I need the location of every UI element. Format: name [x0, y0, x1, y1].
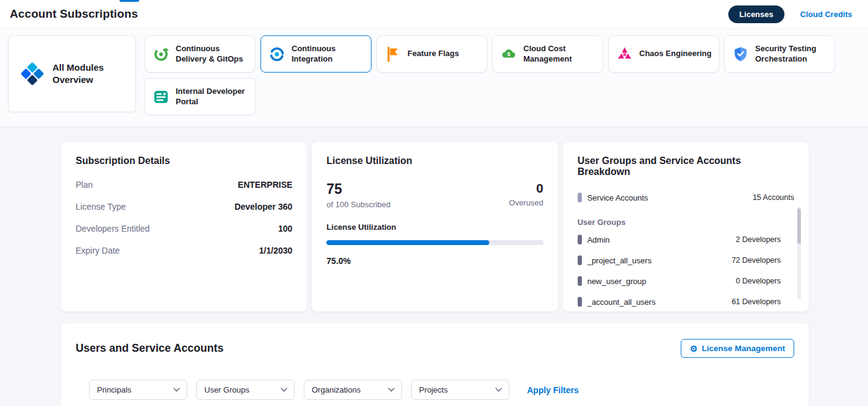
license-utilization-title: License Utilization — [326, 155, 543, 166]
security-testing-icon — [732, 46, 749, 63]
users-and-service-accounts-card: Users and Service Accounts ⚙ License Man… — [61, 323, 809, 406]
all-modules-logo-icon — [20, 61, 45, 87]
license-utilization-card: License Utilization 75 of 100 Subscribed… — [312, 142, 558, 312]
modules-grid: Continuous Delivery & GitOps Continuous … — [145, 35, 835, 115]
chevron-down-icon — [388, 388, 395, 392]
modules-row-2: Internal Developer Portal — [145, 78, 835, 115]
overused-caption: Overused — [509, 198, 543, 207]
user-group-row: _account_all_users 61 Developers — [578, 291, 781, 312]
chaos-engineering-icon — [616, 46, 633, 63]
modules-band: All Modules Overview Continuous Delivery… — [0, 28, 868, 127]
row-value: Developer 360 — [234, 202, 292, 212]
apply-filters-link[interactable]: Apply Filters — [527, 385, 579, 395]
cloud-cost-management-icon: $ — [500, 46, 517, 63]
module-card-internal-developer-portal[interactable]: Internal Developer Portal — [145, 78, 256, 115]
summary-cards-row: Subscription Details Plan ENTERPRISE Lic… — [61, 142, 809, 312]
user-group-icon — [578, 276, 582, 286]
filters-row: Principals User Groups Organizations Pro… — [89, 380, 794, 400]
module-card-security-testing[interactable]: Security Testing Orchestration — [724, 35, 835, 73]
chevron-down-icon — [495, 388, 502, 392]
all-modules-overview-label: All Modules Overview — [52, 62, 111, 87]
dropdown-label: Organizations — [312, 385, 360, 394]
module-card-cloud-cost-management[interactable]: $ Cloud Cost Management — [492, 35, 603, 73]
module-card-feature-flags[interactable]: Feature Flags — [376, 35, 487, 73]
continuous-delivery-icon — [152, 46, 170, 63]
cloud-credits-link[interactable]: Cloud Credits — [800, 10, 852, 19]
content-area: Subscription Details Plan ENTERPRISE Lic… — [0, 127, 868, 406]
users-card-header: Users and Service Accounts ⚙ License Man… — [76, 339, 794, 358]
subscription-row-plan: Plan ENTERPRISE — [76, 174, 292, 196]
utilization-bar-track — [326, 240, 543, 245]
module-label: Feature Flags — [407, 49, 459, 59]
user-group-row: new_user_group 0 Developers — [578, 271, 781, 291]
organizations-dropdown[interactable]: Organizations — [304, 380, 402, 400]
active-tab-indicator — [120, 0, 139, 2]
breakdown-scrollbar-track[interactable] — [797, 207, 801, 299]
user-group-value: 2 Developers — [736, 235, 781, 244]
license-management-button[interactable]: ⚙ License Management — [681, 339, 794, 358]
feature-flags-icon — [384, 46, 401, 63]
dropdown-label: User Groups — [204, 385, 249, 394]
subscription-details-title: Subscription Details — [76, 155, 292, 166]
projects-dropdown[interactable]: Projects — [411, 380, 509, 400]
service-accounts-label: Service Accounts — [587, 193, 648, 202]
topbar: Account Subscriptions Licenses Cloud Cre… — [0, 0, 868, 28]
module-label: Internal Developer Portal — [176, 87, 249, 107]
user-group-icon — [578, 297, 582, 307]
service-accounts-icon — [578, 193, 582, 202]
module-label: Cloud Cost Management — [523, 44, 597, 65]
module-label: Security Testing Orchestration — [755, 44, 828, 65]
page-title: Account Subscriptions — [10, 7, 138, 21]
module-label: Continuous Delivery & GitOps — [176, 44, 249, 65]
row-label: Plan — [76, 180, 93, 190]
module-label: Continuous Integration — [292, 44, 365, 65]
continuous-integration-icon — [268, 46, 285, 63]
module-card-chaos-engineering[interactable]: Chaos Engineering — [608, 35, 719, 73]
dropdown-label: Principals — [97, 385, 131, 394]
utilization-bar-fill — [326, 240, 489, 245]
user-group-name: new_user_group — [587, 277, 647, 286]
svg-text:$: $ — [507, 51, 510, 57]
row-value: 1/1/2030 — [259, 246, 293, 255]
subscription-row-expiry-date: Expiry Date 1/1/2030 — [76, 240, 292, 262]
topbar-actions: Licenses Cloud Credits — [728, 5, 852, 23]
user-group-name: _project_all_users — [587, 256, 652, 265]
principals-dropdown[interactable]: Principals — [89, 380, 187, 400]
subscription-details-rows: Plan ENTERPRISE License Type Developer 3… — [76, 174, 292, 262]
user-group-row: Admin 2 Developers — [578, 229, 781, 250]
internal-developer-portal-icon — [152, 88, 170, 105]
overused-block: 0 Overused — [509, 181, 543, 209]
utilization-percent: 75.0% — [326, 256, 543, 266]
all-modules-overview-card[interactable]: All Modules Overview — [8, 35, 136, 112]
user-groups-dropdown[interactable]: User Groups — [196, 380, 295, 400]
service-accounts-row: Service Accounts 15 Accounts — [578, 190, 794, 205]
user-group-value: 72 Developers — [731, 256, 781, 265]
overused-count: 0 — [509, 181, 543, 196]
row-label: Developers Entitled — [76, 224, 149, 233]
subscription-row-developers-entitled: Developers Entitled 100 — [76, 218, 292, 240]
gear-icon: ⚙ — [690, 344, 698, 353]
subscribed-count: 75 — [326, 181, 390, 198]
user-group-row: _project_all_users 72 Developers — [578, 250, 781, 271]
module-card-continuous-delivery[interactable]: Continuous Delivery & GitOps — [145, 35, 256, 73]
subscription-details-card: Subscription Details Plan ENTERPRISE Lic… — [61, 142, 307, 312]
user-group-value: 61 Developers — [731, 297, 781, 306]
license-management-label: License Management — [701, 344, 785, 353]
module-card-continuous-integration[interactable]: Continuous Integration — [260, 35, 371, 73]
user-groups-list: Admin 2 Developers _project_all_users 72… — [578, 229, 794, 312]
module-label: Chaos Engineering — [639, 49, 711, 59]
subscribed-caption: of 100 Subscribed — [326, 200, 390, 209]
subscription-row-license-type: License Type Developer 360 — [76, 196, 292, 218]
breakdown-scrollbar-thumb[interactable] — [797, 208, 801, 244]
service-accounts-value: 15 Accounts — [753, 193, 794, 202]
row-value: 100 — [278, 224, 292, 233]
breakdown-title: User Groups and Service Accounts Breakdo… — [578, 155, 794, 177]
user-group-name: Admin — [587, 235, 610, 244]
user-groups-label: User Groups — [578, 218, 794, 227]
subscribed-block: 75 of 100 Subscribed — [326, 181, 390, 209]
row-label: License Type — [76, 202, 126, 212]
row-value: ENTERPRISE — [238, 180, 292, 190]
user-group-name: _account_all_users — [587, 297, 656, 307]
licenses-tab-button[interactable]: Licenses — [728, 5, 784, 23]
chevron-down-icon — [173, 388, 180, 392]
